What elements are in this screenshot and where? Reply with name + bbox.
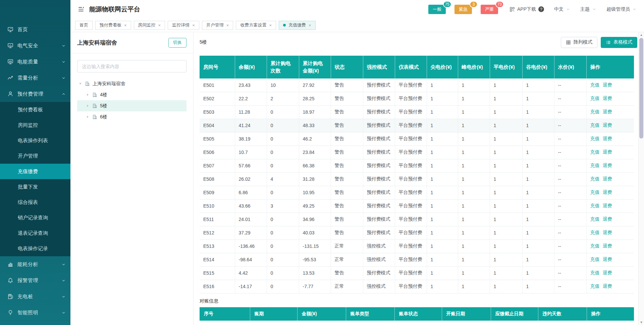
grid-mode-button[interactable]: 阵列模式 xyxy=(561,37,597,48)
recharge-link[interactable]: 充值 xyxy=(590,203,600,208)
tab-fee-plan[interactable]: 收费方案设置× xyxy=(236,21,276,30)
recharge-link[interactable]: 充值 xyxy=(590,189,600,195)
tree-node-floor[interactable]: 5楼 xyxy=(77,100,186,111)
user-dropdown[interactable]: 超级管理员 xyxy=(606,6,637,12)
tab-close-icon[interactable]: × xyxy=(124,23,127,28)
cell-peak_price: 1 xyxy=(458,239,490,253)
refund-link[interactable]: 退费 xyxy=(603,149,612,155)
sidebar-subitem-account-mgmt[interactable]: 开户管理 xyxy=(0,148,70,164)
sidebar-subitem-close-account-query[interactable]: 销户记录查询 xyxy=(0,210,70,225)
sidebar-item-power-quality[interactable]: 电能质量 xyxy=(0,54,70,70)
column-header: 尖电价(¥) xyxy=(427,56,458,78)
recharge-link[interactable]: 充值 xyxy=(590,283,600,289)
scrollbar-thumb[interactable] xyxy=(639,38,643,139)
sidebar-item-electrical-safety[interactable]: 电气安全 xyxy=(0,38,70,54)
recharge-link[interactable]: 充值 xyxy=(590,270,600,275)
scrollbar-up-icon[interactable]: ▲ xyxy=(639,33,644,37)
sidebar-subitem-batch-send[interactable]: 批量下发 xyxy=(0,179,70,195)
tab-monitor-detail[interactable]: 监控详情× xyxy=(168,21,199,30)
alarm-tag-urgent[interactable]: 紧急3 xyxy=(454,5,472,14)
tab-home[interactable]: 首页 xyxy=(75,21,93,30)
refund-link[interactable]: 退费 xyxy=(603,136,612,141)
refund-link[interactable]: 退费 xyxy=(603,82,612,88)
sidebar-item-demand-analysis[interactable]: 需量分析 xyxy=(0,70,70,86)
recharge-link[interactable]: 充值 xyxy=(590,82,600,88)
tab-recharge[interactable]: 充值缴费× xyxy=(279,21,316,30)
refund-link[interactable]: 退费 xyxy=(603,96,612,101)
tab-close-icon[interactable]: × xyxy=(192,23,195,28)
refund-link[interactable]: 退费 xyxy=(603,109,612,114)
recharge-link[interactable]: 充值 xyxy=(590,149,600,155)
tab-close-icon[interactable]: × xyxy=(226,23,229,28)
refund-link[interactable]: 退费 xyxy=(603,189,612,195)
cell-purchase_amount: 27.92 xyxy=(299,78,331,92)
sidebar-item-prepaid-mgmt[interactable]: 预付费管理 xyxy=(0,86,70,102)
refund-link[interactable]: 退费 xyxy=(603,243,612,249)
theme-dropdown[interactable]: 主题 xyxy=(580,6,596,12)
sidebar-item-alarm-mgmt[interactable]: 报警管理 xyxy=(0,272,70,288)
app-download[interactable]: APP下载 ? xyxy=(509,6,544,12)
tab-account-mgmt[interactable]: 开户管理× xyxy=(202,21,233,30)
recharge-link[interactable]: 充值 xyxy=(590,257,600,262)
cell-status: 警告 xyxy=(331,226,363,239)
refund-link[interactable]: 退费 xyxy=(603,257,612,262)
sidebar-subitem-room-monitor[interactable]: 房间监控 xyxy=(0,117,70,133)
cell-purchase_amount: 28.25 xyxy=(299,92,331,105)
refund-link[interactable]: 退费 xyxy=(603,176,612,181)
sidebar-item-charging-pile[interactable]: 充电桩 xyxy=(0,288,70,305)
cell-room: E509 xyxy=(200,186,235,199)
tree-node-floor[interactable]: 6楼 xyxy=(77,111,186,122)
collapse-menu-icon[interactable] xyxy=(78,6,84,12)
sidebar-nav: 首页电气安全电能质量需量分析预付费管理预付费看板房间监控电表操作列表开户管理充值… xyxy=(0,21,70,321)
recharge-link[interactable]: 充值 xyxy=(590,109,600,114)
sidebar-item-energy-analysis[interactable]: 能耗分析 xyxy=(0,256,70,272)
recharge-link[interactable]: 充值 xyxy=(590,136,600,141)
alarm-tag-general[interactable]: 一般75 xyxy=(428,5,446,14)
column-header: 违约天数 xyxy=(538,307,587,321)
language-dropdown[interactable]: 中文 xyxy=(554,6,570,12)
sidebar-subitem-prepaid-board[interactable]: 预付费看板 xyxy=(0,102,70,117)
refund-link[interactable]: 退费 xyxy=(603,283,612,289)
tree-search-input[interactable] xyxy=(77,60,186,72)
recharge-link[interactable]: 充值 xyxy=(590,216,600,222)
sidebar-item-home[interactable]: 首页 xyxy=(0,21,70,38)
refund-link[interactable]: 退费 xyxy=(603,163,612,168)
recharge-link[interactable]: 充值 xyxy=(590,176,600,181)
tab-close-icon[interactable]: × xyxy=(269,23,272,28)
sidebar-subitem-summary-report[interactable]: 综合报表 xyxy=(0,195,70,210)
tab-prepaid-board[interactable]: 预付费看板× xyxy=(95,21,131,30)
recharge-link[interactable]: 充值 xyxy=(590,96,600,101)
switch-building-button[interactable]: 切换 xyxy=(168,38,186,48)
refund-link[interactable]: 退费 xyxy=(603,270,612,275)
tree-node-root[interactable]: 上海安科瑞宿舍 xyxy=(77,78,186,89)
cell-meter_mode: 平台预付费 xyxy=(395,92,427,105)
sidebar-subitem-recharge[interactable]: 充值缴费 xyxy=(0,164,70,179)
sidebar-item-smart-lighting[interactable]: 智能照明 xyxy=(0,305,70,321)
scrollbar-down-icon[interactable]: ▼ xyxy=(639,321,644,324)
cell-valley_price: 1 xyxy=(522,199,554,213)
refund-link[interactable]: 退费 xyxy=(603,122,612,128)
cell-flat_price: 1 xyxy=(490,172,522,186)
recharge-link[interactable]: 充值 xyxy=(590,230,600,235)
tree-node-floor[interactable]: 4楼 xyxy=(77,89,186,100)
cell-control_mode: 预付费模式 xyxy=(363,105,395,119)
alarm-tag-severe[interactable]: 严重73 xyxy=(481,5,498,14)
sidebar-subitem-meter-op-record[interactable]: 电表操作记录 xyxy=(0,241,70,256)
recharge-link[interactable]: 充值 xyxy=(590,163,600,168)
help-icon[interactable]: ? xyxy=(538,6,544,12)
electrical-safety-icon xyxy=(7,43,13,49)
refund-link[interactable]: 退费 xyxy=(603,216,612,222)
tab-close-icon[interactable]: × xyxy=(309,23,311,28)
table-mode-button[interactable]: 表格模式 xyxy=(601,37,637,48)
refund-link[interactable]: 退费 xyxy=(603,203,612,208)
recharge-link[interactable]: 充值 xyxy=(590,122,600,128)
refund-link[interactable]: 退费 xyxy=(603,230,612,235)
cell-room: E513 xyxy=(200,239,235,253)
sidebar-subitem-return-meter-query[interactable]: 退表记录查询 xyxy=(0,225,70,241)
vertical-scrollbar[interactable]: ▲ ▼ xyxy=(638,32,644,325)
recharge-link[interactable]: 充值 xyxy=(590,243,600,249)
sidebar-subitem-meter-op-list[interactable]: 电表操作列表 xyxy=(0,133,70,148)
tab-room-monitor[interactable]: 房间监控× xyxy=(134,21,165,30)
tab-close-icon[interactable]: × xyxy=(158,23,161,28)
cell-actions: 充值退费 xyxy=(586,199,634,213)
